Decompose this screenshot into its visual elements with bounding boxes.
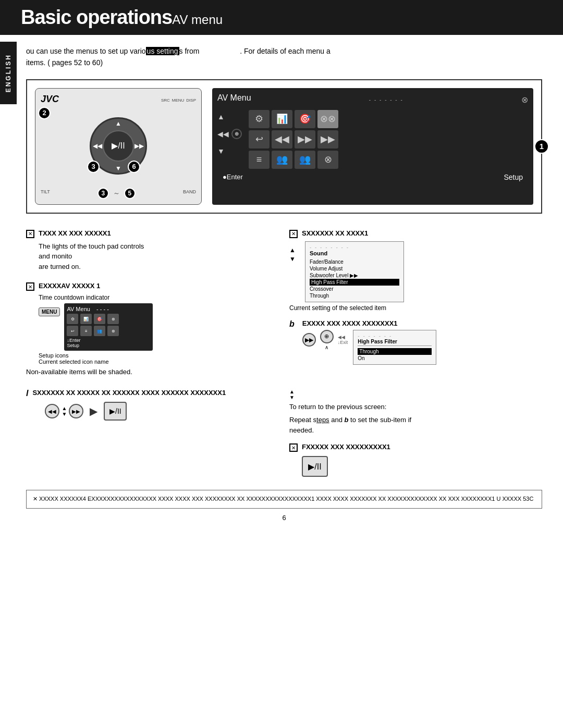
footer-note: ✕ XXXXX XXXXXX4 EXXXXXXXXXXXXXXXXX XXXX … — [26, 490, 542, 509]
step-c-header: ✕ EXXXXAV XXXXX 1 — [26, 282, 153, 291]
tilde-symbol: ～ — [113, 189, 120, 198]
repeat-and: and — [329, 416, 345, 424]
menu-icon-5[interactable]: ↩ — [249, 130, 270, 149]
language-sidebar: ENGLISH — [0, 42, 17, 104]
enter-label[interactable]: ●Enter — [223, 173, 243, 181]
intro-paragraph: ou can use the menus to set up various s… — [26, 45, 542, 69]
hpf-forward-btn[interactable]: ▶▶ — [302, 333, 316, 347]
intro-text4: items. ( pages 52 to 60) — [26, 58, 103, 67]
mini-icon-row-1: ⚙ 📊 🎯 ⊗ — [67, 314, 150, 324]
right-bottom-area: ▲ ▼ To return to the previous screen: Re… — [289, 389, 542, 479]
badge-2: 2 — [38, 107, 51, 119]
step-b-title: SXXXXXX XX XXXX1 — [302, 229, 368, 237]
step-f-block: ✕ FXXXXX XXX XXXXXXXXX1 ▶/II — [289, 440, 542, 479]
next-btn[interactable]: ▶▶ — [69, 404, 83, 418]
repeat-prefix: Repeat s — [289, 416, 316, 424]
b-label: b — [289, 319, 295, 365]
menu-icon-1[interactable]: ⚙ — [249, 110, 270, 128]
mini-icon-7: 👥 — [94, 326, 105, 336]
instructions-grid: ✕ TXXX XX XXX XXXXX1 The lights of the t… — [26, 227, 542, 379]
tilde-row: 3 ～ 5 — [97, 188, 136, 199]
menu-icon-11[interactable]: 👥 — [295, 151, 315, 169]
down-arrow-icon[interactable]: ▼ — [217, 147, 244, 155]
intro-highlight: us setting — [146, 47, 179, 55]
menu-icon-10[interactable]: 👥 — [272, 151, 292, 169]
step-c-title: EXXXXAV XXXXX 1 — [39, 282, 100, 290]
menu-icon-8[interactable]: ▶▶ — [317, 130, 338, 149]
mini-av-title: AV Menu - - - - — [67, 306, 150, 312]
badge-3a: 3 — [87, 161, 100, 173]
circle-inner[interactable]: ▶/II — [103, 130, 134, 162]
menu-icon-12[interactable]: ⊗ — [317, 151, 338, 169]
step-i-area: l SXXXXXX XX XXXXX XX XXXXXX XXXX XXXXXX… — [26, 389, 279, 479]
step-a-desc: The lights of the touch pad controls and… — [39, 241, 153, 272]
footer-text: ✕ XXXXX XXXXXX4 EXXXXXXXXXXXXXXXXX XXXX … — [33, 496, 533, 502]
menu-icon-2[interactable]: 📊 — [272, 110, 292, 128]
scroll-down: ▼ — [289, 394, 295, 400]
play-pause-btn[interactable]: ▶/II — [104, 402, 127, 421]
sound-item-through: Through — [310, 292, 399, 299]
hpf-item-through: Through — [358, 348, 432, 355]
step-i-title: SXXXXXX XX XXXXX XX XXXXXX XXXX XXXXXX X… — [32, 389, 279, 397]
menu-icon-9[interactable]: ≡ — [249, 151, 270, 169]
down-btn[interactable]: ▼ — [62, 411, 67, 417]
sound-dotted: - - - - - - - - — [310, 244, 399, 250]
page-number: 6 — [26, 514, 542, 522]
intro-text3: . For details of each menu a — [240, 47, 331, 55]
menu-button[interactable]: MENU — [39, 307, 60, 316]
sound-item-volume: Volume Adjust — [310, 265, 399, 272]
hpf-crosshair[interactable]: ⊕ — [320, 330, 334, 343]
jvc-logo: JVC — [41, 94, 59, 105]
mini-icon-1: ⚙ — [67, 314, 78, 324]
step-a-block: ✕ TXXX XX XXX XXXXX1 The lights of the t… — [26, 227, 153, 275]
step-a-title: TXXX XX XXX XXXXX1 — [39, 229, 111, 237]
crosshair-icon[interactable]: ⊕ — [231, 129, 242, 139]
step-f-play-btn[interactable]: ▶/II — [302, 456, 328, 477]
av-menu-title: AV Menu — [217, 93, 251, 103]
repeat-steps-underline: teps — [316, 416, 329, 424]
mini-icon-row-2: ↩ ≡ 👥 ⊗ — [67, 326, 150, 336]
step-f-header: ✕ FXXXXX XXX XXXXXXXXX1 — [289, 443, 542, 452]
sound-item-subwoofer: Subwoofer Level ▶▶ — [310, 272, 399, 279]
bluetooth-icon: ⊗ — [521, 95, 528, 105]
prev-btn[interactable]: ◀◀ — [45, 404, 59, 418]
hpf-up-arrow[interactable]: ∧ — [325, 344, 328, 350]
mini-icon-6: ≡ — [80, 326, 92, 336]
mini-setup-label: Setup — [67, 343, 150, 348]
dotted-line: - - - - - - - — [369, 97, 403, 103]
menu-icon-7[interactable]: ▶▶ — [295, 130, 315, 149]
sound-nav-up[interactable]: ▲ — [289, 246, 296, 254]
up-arrow-icon[interactable]: ▲ — [217, 113, 244, 121]
menu-label: MENU — [172, 98, 185, 103]
hpf-menu: - - - - - - - High Pass Filter Through O… — [353, 330, 436, 365]
header-title-normal: AV menu — [172, 13, 223, 27]
hpf-dotted: - - - - - - - — [358, 333, 432, 339]
nav-group-left: ◀◀ ▲ ▼ ▶▶ — [45, 404, 83, 418]
language-label: ENGLISH — [5, 54, 12, 92]
up-btn[interactable]: ▲ — [62, 405, 67, 411]
hpf-back-arrows: ◀◀↓Exit — [338, 335, 348, 345]
badge-3b: 3 — [97, 188, 109, 199]
menu-icon-6[interactable]: ◀◀ — [272, 130, 292, 149]
sound-nav-down[interactable]: ▼ — [289, 255, 296, 263]
nav-top-row: ◀◀ ▲ ▼ ▶▶ — [45, 404, 83, 418]
scroll-section: ▲ ▼ — [289, 389, 542, 400]
setup-label: Setup — [504, 173, 523, 181]
sound-item-crossover: Crossover — [310, 286, 399, 292]
b-content: EXXXX XXX XXXX XXXXXXX1 ▶▶ ⊕ ∧ ◀◀↓Exit — [302, 319, 437, 365]
step-b-header: ✕ SXXXXXX XX XXXX1 — [289, 229, 416, 238]
left-arrow-icon[interactable]: ◀◀ — [217, 130, 229, 138]
nav-buttons-row: ◀◀ ▲ ▼ ▶▶ ▶ ▶/II — [45, 402, 279, 421]
step-i-content: SXXXXXX XX XXXXX XX XXXXXX XXXX XXXXXX X… — [32, 389, 279, 426]
time-countdown-label: Time countdown indicator — [39, 294, 153, 301]
circle-control[interactable]: ▲ ▼ ◀◀ ▶▶ ▶/II 3 6 — [90, 117, 147, 175]
step-b-checkbox: ✕ — [289, 230, 298, 238]
b-step-row: ▶▶ ⊕ ∧ ◀◀↓Exit - - - - - - - — [302, 330, 437, 365]
menu-icon-3[interactable]: 🎯 — [295, 110, 315, 128]
repeat-text-block: Repeat steps and b to set the sub-item i… — [289, 415, 542, 435]
sound-item-hpf: High Pass Filter — [310, 279, 399, 286]
band-label: BAND — [183, 189, 196, 194]
step-b-block: ✕ SXXXXXX XX XXXX1 ▲ ▼ - - - - - - - - S… — [289, 227, 416, 314]
menu-icon-4[interactable]: ⊗⊗ — [317, 110, 338, 128]
mini-device-area: Time countdown indicator MENU AV Menu - … — [39, 294, 153, 365]
